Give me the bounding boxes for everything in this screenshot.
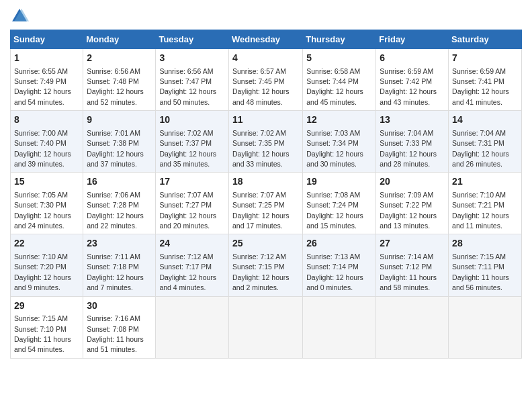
calendar-day-cell: 26Sunrise: 7:13 AMSunset: 7:14 PMDayligh…: [303, 234, 376, 296]
day-info: Sunrise: 7:01 AMSunset: 7:38 PMDaylight:…: [87, 129, 144, 168]
calendar-day-cell: 2Sunrise: 6:56 AMSunset: 7:48 PMDaylight…: [83, 49, 156, 111]
calendar-day-cell: 1Sunrise: 6:55 AMSunset: 7:49 PMDaylight…: [11, 49, 83, 111]
weekday-header: Sunday: [11, 30, 83, 49]
calendar-week-row: 22Sunrise: 7:10 AMSunset: 7:20 PMDayligh…: [11, 234, 522, 296]
day-number: 19: [306, 175, 372, 189]
day-info: Sunrise: 6:57 AMSunset: 7:45 PMDaylight:…: [232, 67, 290, 106]
calendar-day-cell: 3Sunrise: 6:56 AMSunset: 7:47 PMDaylight…: [156, 49, 229, 111]
calendar-day-cell: [228, 296, 302, 358]
day-number: 8: [14, 113, 79, 127]
day-number: 12: [306, 113, 372, 127]
day-number: 18: [232, 175, 299, 189]
day-info: Sunrise: 7:11 AMSunset: 7:18 PMDaylight:…: [87, 253, 144, 291]
calendar-table: SundayMondayTuesdayWednesdayThursdayFrid…: [10, 30, 522, 359]
day-info: Sunrise: 7:16 AMSunset: 7:08 PMDaylight:…: [87, 314, 144, 353]
day-info: Sunrise: 7:10 AMSunset: 7:21 PMDaylight:…: [452, 191, 509, 230]
day-number: 13: [380, 113, 445, 127]
calendar-day-cell: 6Sunrise: 6:59 AMSunset: 7:42 PMDaylight…: [376, 49, 449, 111]
day-number: 7: [452, 52, 518, 65]
day-number: 2: [87, 52, 152, 65]
calendar-day-cell: [376, 296, 449, 358]
day-info: Sunrise: 7:08 AMSunset: 7:24 PMDaylight:…: [306, 191, 363, 230]
weekday-header: Thursday: [303, 30, 376, 49]
day-number: 14: [452, 113, 518, 127]
calendar-day-cell: 12Sunrise: 7:03 AMSunset: 7:34 PMDayligh…: [303, 111, 376, 173]
calendar-day-cell: 23Sunrise: 7:11 AMSunset: 7:18 PMDayligh…: [83, 234, 156, 296]
calendar-day-cell: 29Sunrise: 7:15 AMSunset: 7:10 PMDayligh…: [11, 296, 83, 358]
day-number: 6: [380, 52, 445, 65]
calendar-day-cell: 7Sunrise: 6:59 AMSunset: 7:41 PMDaylight…: [449, 49, 522, 111]
day-info: Sunrise: 7:07 AMSunset: 7:27 PMDaylight:…: [159, 191, 216, 230]
calendar-day-cell: 4Sunrise: 6:57 AMSunset: 7:45 PMDaylight…: [228, 49, 302, 111]
calendar-day-cell: 13Sunrise: 7:04 AMSunset: 7:33 PMDayligh…: [376, 111, 449, 173]
calendar-day-cell: 24Sunrise: 7:12 AMSunset: 7:17 PMDayligh…: [156, 234, 229, 296]
day-info: Sunrise: 7:03 AMSunset: 7:34 PMDaylight:…: [306, 129, 363, 168]
day-info: Sunrise: 6:59 AMSunset: 7:41 PMDaylight:…: [452, 67, 509, 106]
day-number: 28: [452, 237, 518, 250]
calendar-week-row: 29Sunrise: 7:15 AMSunset: 7:10 PMDayligh…: [11, 296, 522, 358]
calendar-week-row: 15Sunrise: 7:05 AMSunset: 7:30 PMDayligh…: [11, 173, 522, 234]
day-info: Sunrise: 6:56 AMSunset: 7:48 PMDaylight:…: [87, 67, 144, 106]
day-number: 4: [232, 52, 299, 65]
day-number: 20: [380, 175, 445, 189]
day-number: 25: [232, 237, 299, 250]
calendar-day-cell: [449, 296, 522, 358]
day-number: 5: [306, 52, 372, 65]
calendar-day-cell: 11Sunrise: 7:02 AMSunset: 7:35 PMDayligh…: [228, 111, 302, 173]
day-info: Sunrise: 6:58 AMSunset: 7:44 PMDaylight:…: [306, 67, 363, 106]
calendar-day-cell: 20Sunrise: 7:09 AMSunset: 7:22 PMDayligh…: [376, 173, 449, 234]
day-number: 11: [232, 113, 299, 127]
day-number: 10: [159, 113, 225, 127]
day-info: Sunrise: 7:14 AMSunset: 7:12 PMDaylight:…: [380, 253, 437, 291]
page-header: [10, 7, 522, 26]
day-info: Sunrise: 7:00 AMSunset: 7:40 PMDaylight:…: [14, 129, 71, 168]
calendar-day-cell: 19Sunrise: 7:08 AMSunset: 7:24 PMDayligh…: [303, 173, 376, 234]
day-info: Sunrise: 7:06 AMSunset: 7:28 PMDaylight:…: [87, 191, 144, 230]
weekday-header: Saturday: [449, 30, 522, 49]
day-info: Sunrise: 7:07 AMSunset: 7:25 PMDaylight:…: [232, 191, 290, 230]
day-info: Sunrise: 6:59 AMSunset: 7:42 PMDaylight:…: [380, 67, 437, 106]
calendar-day-cell: 15Sunrise: 7:05 AMSunset: 7:30 PMDayligh…: [11, 173, 83, 234]
day-number: 23: [87, 237, 152, 250]
calendar-day-cell: 5Sunrise: 6:58 AMSunset: 7:44 PMDaylight…: [303, 49, 376, 111]
day-number: 17: [159, 175, 225, 189]
day-info: Sunrise: 7:02 AMSunset: 7:37 PMDaylight:…: [159, 129, 216, 168]
logo: [10, 7, 32, 26]
day-info: Sunrise: 7:04 AMSunset: 7:33 PMDaylight:…: [380, 129, 437, 168]
calendar-day-cell: 25Sunrise: 7:12 AMSunset: 7:15 PMDayligh…: [228, 234, 302, 296]
calendar-day-cell: 14Sunrise: 7:04 AMSunset: 7:31 PMDayligh…: [449, 111, 522, 173]
day-number: 26: [306, 237, 372, 250]
weekday-header: Tuesday: [156, 30, 229, 49]
day-number: 1: [14, 52, 79, 65]
calendar-day-cell: 18Sunrise: 7:07 AMSunset: 7:25 PMDayligh…: [228, 173, 302, 234]
day-info: Sunrise: 7:15 AMSunset: 7:11 PMDaylight:…: [452, 253, 509, 291]
weekday-header: Wednesday: [228, 30, 302, 49]
day-info: Sunrise: 7:02 AMSunset: 7:35 PMDaylight:…: [232, 129, 290, 168]
day-number: 21: [452, 175, 518, 189]
calendar-day-cell: 17Sunrise: 7:07 AMSunset: 7:27 PMDayligh…: [156, 173, 229, 234]
day-info: Sunrise: 6:56 AMSunset: 7:47 PMDaylight:…: [159, 67, 216, 106]
day-number: 16: [87, 175, 152, 189]
day-info: Sunrise: 7:10 AMSunset: 7:20 PMDaylight:…: [14, 253, 71, 291]
day-info: Sunrise: 7:04 AMSunset: 7:31 PMDaylight:…: [452, 129, 509, 168]
day-number: 15: [14, 175, 79, 189]
calendar-week-row: 1Sunrise: 6:55 AMSunset: 7:49 PMDaylight…: [11, 49, 522, 111]
day-info: Sunrise: 7:15 AMSunset: 7:10 PMDaylight:…: [14, 314, 71, 353]
day-info: Sunrise: 7:05 AMSunset: 7:30 PMDaylight:…: [14, 191, 71, 230]
day-number: 27: [380, 237, 445, 250]
calendar-day-cell: 27Sunrise: 7:14 AMSunset: 7:12 PMDayligh…: [376, 234, 449, 296]
calendar-header-row: SundayMondayTuesdayWednesdayThursdayFrid…: [11, 30, 522, 49]
day-info: Sunrise: 7:09 AMSunset: 7:22 PMDaylight:…: [380, 191, 437, 230]
day-number: 3: [159, 52, 225, 65]
day-number: 22: [14, 237, 79, 250]
calendar-day-cell: 16Sunrise: 7:06 AMSunset: 7:28 PMDayligh…: [83, 173, 156, 234]
calendar-day-cell: 8Sunrise: 7:00 AMSunset: 7:40 PMDaylight…: [11, 111, 83, 173]
day-number: 9: [87, 113, 152, 127]
day-info: Sunrise: 7:12 AMSunset: 7:17 PMDaylight:…: [159, 253, 216, 291]
calendar-day-cell: [303, 296, 376, 358]
calendar-day-cell: 10Sunrise: 7:02 AMSunset: 7:37 PMDayligh…: [156, 111, 229, 173]
day-number: 30: [87, 300, 152, 313]
calendar-week-row: 8Sunrise: 7:00 AMSunset: 7:40 PMDaylight…: [11, 111, 522, 173]
weekday-header: Monday: [83, 30, 156, 49]
calendar-day-cell: 9Sunrise: 7:01 AMSunset: 7:38 PMDaylight…: [83, 111, 156, 173]
